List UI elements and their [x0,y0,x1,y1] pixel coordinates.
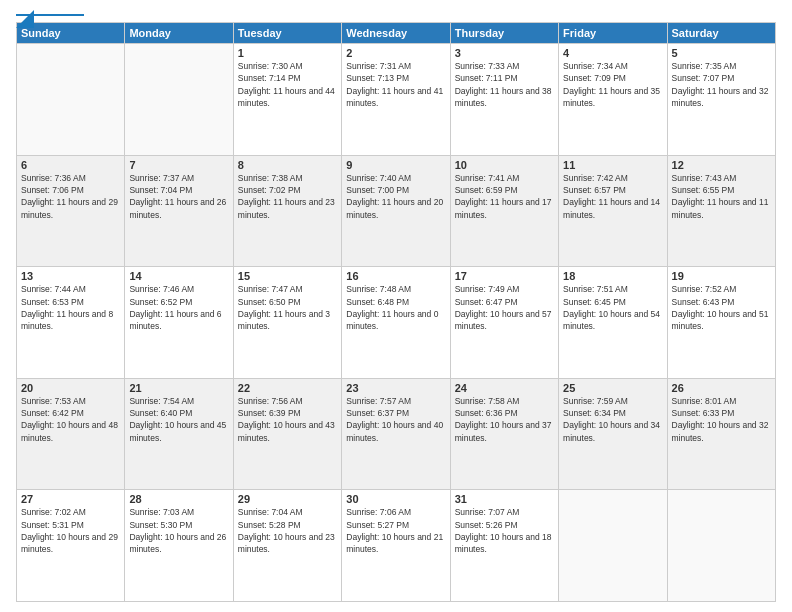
day-info: Sunrise: 7:46 AM Sunset: 6:52 PM Dayligh… [129,283,228,332]
day-number: 8 [238,159,337,171]
day-number: 14 [129,270,228,282]
day-number: 3 [455,47,554,59]
sunset: Sunset: 5:28 PM [238,520,301,530]
table-row: 24 Sunrise: 7:58 AM Sunset: 6:36 PM Dayl… [450,378,558,490]
sunset: Sunset: 6:37 PM [346,408,409,418]
day-number: 16 [346,270,445,282]
day-info: Sunrise: 7:03 AM Sunset: 5:30 PM Dayligh… [129,506,228,555]
table-row: 22 Sunrise: 7:56 AM Sunset: 6:39 PM Dayl… [233,378,341,490]
table-row: 4 Sunrise: 7:34 AM Sunset: 7:09 PM Dayli… [559,44,667,156]
daylight: Daylight: 10 hours and 57 minutes. [455,309,552,331]
day-number: 24 [455,382,554,394]
table-row: 18 Sunrise: 7:51 AM Sunset: 6:45 PM Dayl… [559,267,667,379]
table-row: 8 Sunrise: 7:38 AM Sunset: 7:02 PM Dayli… [233,155,341,267]
day-number: 20 [21,382,120,394]
day-number: 30 [346,493,445,505]
sunrise: Sunrise: 7:56 AM [238,396,303,406]
day-number: 7 [129,159,228,171]
day-info: Sunrise: 7:57 AM Sunset: 6:37 PM Dayligh… [346,395,445,444]
daylight: Daylight: 10 hours and 40 minutes. [346,420,443,442]
day-info: Sunrise: 7:30 AM Sunset: 7:14 PM Dayligh… [238,60,337,109]
sunrise: Sunrise: 7:53 AM [21,396,86,406]
day-info: Sunrise: 7:44 AM Sunset: 6:53 PM Dayligh… [21,283,120,332]
sunrise: Sunrise: 7:30 AM [238,61,303,71]
table-row: 27 Sunrise: 7:02 AM Sunset: 5:31 PM Dayl… [17,490,125,602]
daylight: Daylight: 11 hours and 0 minutes. [346,309,438,331]
day-info: Sunrise: 8:01 AM Sunset: 6:33 PM Dayligh… [672,395,771,444]
table-row: 25 Sunrise: 7:59 AM Sunset: 6:34 PM Dayl… [559,378,667,490]
daylight: Daylight: 11 hours and 38 minutes. [455,86,552,108]
table-row: 5 Sunrise: 7:35 AM Sunset: 7:07 PM Dayli… [667,44,775,156]
day-number: 12 [672,159,771,171]
sunset: Sunset: 5:26 PM [455,520,518,530]
table-row: 19 Sunrise: 7:52 AM Sunset: 6:43 PM Dayl… [667,267,775,379]
sunset: Sunset: 6:50 PM [238,297,301,307]
day-info: Sunrise: 7:52 AM Sunset: 6:43 PM Dayligh… [672,283,771,332]
daylight: Daylight: 11 hours and 29 minutes. [21,197,118,219]
col-friday: Friday [559,23,667,44]
sunrise: Sunrise: 8:01 AM [672,396,737,406]
table-row: 26 Sunrise: 8:01 AM Sunset: 6:33 PM Dayl… [667,378,775,490]
daylight: Daylight: 11 hours and 3 minutes. [238,309,330,331]
col-saturday: Saturday [667,23,775,44]
daylight: Daylight: 11 hours and 14 minutes. [563,197,660,219]
table-row: 10 Sunrise: 7:41 AM Sunset: 6:59 PM Dayl… [450,155,558,267]
table-row [17,44,125,156]
calendar-table: Sunday Monday Tuesday Wednesday Thursday… [16,22,776,602]
daylight: Daylight: 10 hours and 54 minutes. [563,309,660,331]
sunrise: Sunrise: 7:04 AM [238,507,303,517]
day-info: Sunrise: 7:02 AM Sunset: 5:31 PM Dayligh… [21,506,120,555]
day-number: 10 [455,159,554,171]
day-info: Sunrise: 7:33 AM Sunset: 7:11 PM Dayligh… [455,60,554,109]
day-number: 31 [455,493,554,505]
sunset: Sunset: 5:27 PM [346,520,409,530]
sunrise: Sunrise: 7:36 AM [21,173,86,183]
table-row: 1 Sunrise: 7:30 AM Sunset: 7:14 PM Dayli… [233,44,341,156]
daylight: Daylight: 10 hours and 29 minutes. [21,532,118,554]
page-header [16,12,776,16]
sunset: Sunset: 5:30 PM [129,520,192,530]
day-number: 19 [672,270,771,282]
sunrise: Sunrise: 7:46 AM [129,284,194,294]
calendar-week-row: 6 Sunrise: 7:36 AM Sunset: 7:06 PM Dayli… [17,155,776,267]
calendar-page: Sunday Monday Tuesday Wednesday Thursday… [0,0,792,612]
table-row: 7 Sunrise: 7:37 AM Sunset: 7:04 PM Dayli… [125,155,233,267]
sunset: Sunset: 5:31 PM [21,520,84,530]
day-info: Sunrise: 7:47 AM Sunset: 6:50 PM Dayligh… [238,283,337,332]
table-row: 13 Sunrise: 7:44 AM Sunset: 6:53 PM Dayl… [17,267,125,379]
sunset: Sunset: 6:43 PM [672,297,735,307]
sunrise: Sunrise: 7:59 AM [563,396,628,406]
sunset: Sunset: 6:36 PM [455,408,518,418]
sunset: Sunset: 7:13 PM [346,73,409,83]
day-number: 4 [563,47,662,59]
sunrise: Sunrise: 7:37 AM [129,173,194,183]
sunrise: Sunrise: 7:07 AM [455,507,520,517]
day-info: Sunrise: 7:53 AM Sunset: 6:42 PM Dayligh… [21,395,120,444]
table-row: 16 Sunrise: 7:48 AM Sunset: 6:48 PM Dayl… [342,267,450,379]
calendar-week-row: 20 Sunrise: 7:53 AM Sunset: 6:42 PM Dayl… [17,378,776,490]
day-number: 13 [21,270,120,282]
daylight: Daylight: 10 hours and 21 minutes. [346,532,443,554]
daylight: Daylight: 10 hours and 34 minutes. [563,420,660,442]
calendar-week-row: 13 Sunrise: 7:44 AM Sunset: 6:53 PM Dayl… [17,267,776,379]
table-row: 21 Sunrise: 7:54 AM Sunset: 6:40 PM Dayl… [125,378,233,490]
sunrise: Sunrise: 7:40 AM [346,173,411,183]
day-number: 18 [563,270,662,282]
daylight: Daylight: 11 hours and 20 minutes. [346,197,443,219]
sunrise: Sunrise: 7:34 AM [563,61,628,71]
sunset: Sunset: 6:53 PM [21,297,84,307]
sunrise: Sunrise: 7:51 AM [563,284,628,294]
day-info: Sunrise: 7:58 AM Sunset: 6:36 PM Dayligh… [455,395,554,444]
table-row: 14 Sunrise: 7:46 AM Sunset: 6:52 PM Dayl… [125,267,233,379]
day-info: Sunrise: 7:06 AM Sunset: 5:27 PM Dayligh… [346,506,445,555]
day-info: Sunrise: 7:37 AM Sunset: 7:04 PM Dayligh… [129,172,228,221]
table-row: 17 Sunrise: 7:49 AM Sunset: 6:47 PM Dayl… [450,267,558,379]
col-monday: Monday [125,23,233,44]
day-info: Sunrise: 7:42 AM Sunset: 6:57 PM Dayligh… [563,172,662,221]
col-wednesday: Wednesday [342,23,450,44]
day-number: 1 [238,47,337,59]
sunset: Sunset: 7:00 PM [346,185,409,195]
sunset: Sunset: 7:09 PM [563,73,626,83]
sunrise: Sunrise: 7:03 AM [129,507,194,517]
daylight: Daylight: 11 hours and 26 minutes. [129,197,226,219]
